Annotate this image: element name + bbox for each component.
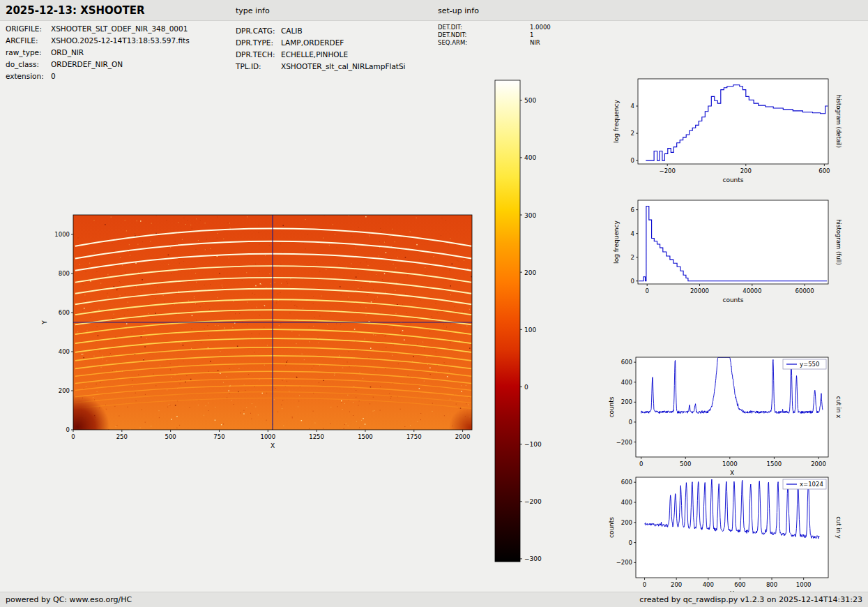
svg-text:0: 0: [643, 581, 646, 588]
svg-text:histogram (full): histogram (full): [835, 219, 842, 265]
svg-text:−200: −200: [660, 167, 676, 174]
svg-text:−300: −300: [524, 555, 542, 562]
svg-text:1500: 1500: [358, 433, 373, 440]
svg-text:Y: Y: [41, 320, 48, 325]
svg-text:0: 0: [524, 384, 528, 391]
svg-text:−100: −100: [524, 441, 542, 448]
svg-text:0: 0: [631, 278, 634, 285]
svg-text:20000: 20000: [690, 287, 709, 294]
svg-text:X: X: [730, 470, 734, 477]
cut-x-plot: 0500100015002000−2000200400600Xcountscut…: [608, 357, 842, 477]
svg-text:400: 400: [59, 348, 70, 355]
figure-canvas: 0250500750100012501500175020000200400600…: [0, 0, 868, 607]
svg-text:200: 200: [621, 398, 632, 405]
svg-text:1250: 1250: [309, 433, 324, 440]
svg-text:y=550: y=550: [800, 361, 819, 368]
footer-left-text: powered by QC: www.eso.org/HC: [6, 595, 132, 604]
svg-text:500: 500: [680, 460, 691, 467]
svg-text:600: 600: [621, 479, 632, 486]
footer-right-text: created by qc_rawdisp.py v1.2.3 on 2025-…: [639, 595, 862, 604]
svg-text:0: 0: [629, 419, 632, 426]
svg-text:600: 600: [734, 581, 745, 588]
detector-image: [45, 215, 491, 459]
svg-text:600: 600: [818, 167, 830, 174]
svg-text:cut in x: cut in x: [835, 396, 842, 419]
svg-text:2000: 2000: [455, 433, 471, 440]
svg-text:log frequency: log frequency: [613, 99, 620, 142]
svg-text:4: 4: [631, 230, 634, 237]
svg-text:counts: counts: [608, 396, 615, 417]
svg-text:200: 200: [621, 519, 632, 526]
svg-text:1750: 1750: [406, 433, 422, 440]
svg-text:counts: counts: [722, 297, 743, 304]
detector-image-plot: 0250500750100012501500175020000200400600…: [41, 215, 491, 459]
histogram-detail-plot: −200200600024countslog frequencyhistogra…: [613, 79, 842, 183]
svg-text:300: 300: [524, 212, 536, 219]
svg-text:400: 400: [703, 581, 714, 588]
svg-text:200: 200: [59, 387, 70, 394]
cut-y-plot: 02004006008001000−2000200400600Ycountscu…: [608, 477, 842, 597]
svg-text:1000: 1000: [54, 231, 70, 238]
svg-text:counts: counts: [608, 517, 615, 538]
svg-text:800: 800: [59, 270, 70, 277]
svg-text:2: 2: [631, 130, 634, 137]
svg-text:x=1024: x=1024: [800, 481, 823, 488]
svg-text:750: 750: [213, 433, 224, 440]
qc-report-page: 2025-12-13: XSHOOTER type info set-up in…: [0, 0, 868, 607]
svg-text:200: 200: [671, 581, 682, 588]
svg-text:800: 800: [766, 581, 777, 588]
svg-text:500: 500: [165, 433, 176, 440]
svg-text:400: 400: [621, 499, 632, 506]
svg-text:histogram (detail): histogram (detail): [835, 95, 842, 148]
svg-text:X: X: [271, 442, 275, 449]
svg-text:0: 0: [66, 426, 70, 433]
svg-text:−200: −200: [524, 498, 542, 505]
svg-text:250: 250: [116, 433, 128, 440]
svg-text:600: 600: [59, 309, 70, 316]
svg-text:1000: 1000: [260, 433, 275, 440]
svg-text:400: 400: [621, 379, 632, 386]
svg-text:log frequency: log frequency: [613, 220, 620, 263]
colorbar: 5004003002001000−100−200−300: [495, 80, 542, 562]
svg-text:200: 200: [740, 167, 752, 174]
svg-text:2000: 2000: [811, 460, 826, 467]
svg-text:1000: 1000: [722, 460, 738, 467]
svg-text:600: 600: [621, 359, 632, 366]
svg-text:2: 2: [631, 254, 634, 261]
svg-text:1000: 1000: [796, 581, 812, 588]
svg-text:cut in y: cut in y: [835, 516, 842, 539]
svg-text:60000: 60000: [795, 287, 814, 294]
svg-text:200: 200: [524, 269, 536, 276]
svg-text:40000: 40000: [743, 287, 761, 294]
svg-text:400: 400: [524, 154, 536, 161]
svg-text:0: 0: [631, 157, 634, 164]
svg-text:500: 500: [524, 97, 536, 104]
svg-text:0: 0: [629, 539, 632, 546]
svg-text:0: 0: [71, 433, 75, 440]
svg-text:−200: −200: [616, 439, 632, 446]
svg-text:0: 0: [639, 460, 643, 467]
svg-text:counts: counts: [722, 177, 743, 183]
histogram-full-plot: 02000040000600000246countslog frequencyh…: [613, 200, 842, 304]
svg-text:−200: −200: [616, 559, 632, 566]
footer-bar: powered by QC: www.eso.org/HC created by…: [0, 592, 868, 607]
svg-text:4: 4: [631, 103, 634, 110]
svg-text:0: 0: [645, 287, 648, 294]
svg-text:1500: 1500: [767, 460, 782, 467]
svg-text:100: 100: [524, 327, 536, 334]
svg-text:6: 6: [631, 207, 634, 213]
